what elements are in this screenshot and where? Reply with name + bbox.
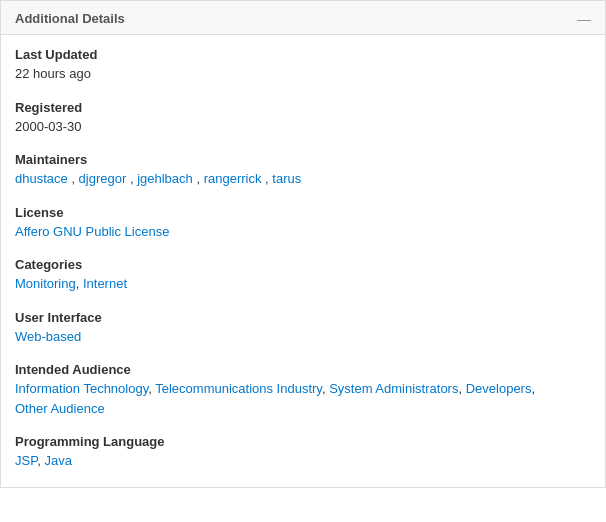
link-system-administrators[interactable]: System Administrators (329, 381, 458, 396)
link-jgehlbach[interactable]: jgehlbach (137, 171, 193, 186)
detail-row-intended-audience: Intended AudienceInformation Technology,… (15, 362, 591, 418)
detail-label-registered: Registered (15, 100, 591, 115)
detail-value-categories: Monitoring, Internet (15, 274, 591, 294)
detail-label-license: License (15, 205, 591, 220)
link-information-technology[interactable]: Information Technology (15, 381, 148, 396)
detail-label-last-updated: Last Updated (15, 47, 591, 62)
detail-row-maintainers: Maintainersdhustace , djgregor , jgehlba… (15, 152, 591, 189)
link-internet[interactable]: Internet (83, 276, 127, 291)
link-developers[interactable]: Developers (466, 381, 532, 396)
detail-value-programming-language: JSP, Java (15, 451, 591, 471)
detail-row-registered: Registered2000-03-30 (15, 100, 591, 137)
link-jsp[interactable]: JSP (15, 453, 37, 468)
link-monitoring[interactable]: Monitoring (15, 276, 76, 291)
link-web-based[interactable]: Web-based (15, 329, 81, 344)
panel-body: Last Updated22 hours agoRegistered2000-0… (1, 35, 605, 487)
collapse-icon[interactable]: — (577, 12, 591, 26)
panel-title: Additional Details (15, 11, 125, 26)
link-dhustace[interactable]: dhustace (15, 171, 68, 186)
link-telecommunications-industry[interactable]: Telecommunications Industry (155, 381, 322, 396)
link-tarus[interactable]: tarus (272, 171, 301, 186)
detail-value-maintainers: dhustace , djgregor , jgehlbach , ranger… (15, 169, 591, 189)
link-java[interactable]: Java (44, 453, 71, 468)
detail-row-programming-language: Programming LanguageJSP, Java (15, 434, 591, 471)
detail-row-user-interface: User InterfaceWeb-based (15, 310, 591, 347)
detail-label-intended-audience: Intended Audience (15, 362, 591, 377)
link-affero-gnu-public-license[interactable]: Affero GNU Public License (15, 224, 169, 239)
detail-value-registered: 2000-03-30 (15, 117, 591, 137)
detail-value-intended-audience: Information Technology, Telecommunicatio… (15, 379, 591, 418)
detail-row-categories: CategoriesMonitoring, Internet (15, 257, 591, 294)
detail-value-last-updated: 22 hours ago (15, 64, 591, 84)
detail-row-last-updated: Last Updated22 hours ago (15, 47, 591, 84)
detail-label-user-interface: User Interface (15, 310, 591, 325)
detail-value-user-interface: Web-based (15, 327, 591, 347)
detail-label-programming-language: Programming Language (15, 434, 591, 449)
detail-label-maintainers: Maintainers (15, 152, 591, 167)
link-djgregor[interactable]: djgregor (79, 171, 127, 186)
additional-details-panel: Additional Details — Last Updated22 hour… (0, 0, 606, 488)
detail-row-license: LicenseAffero GNU Public License (15, 205, 591, 242)
detail-value-license: Affero GNU Public License (15, 222, 591, 242)
link-rangerrick[interactable]: rangerrick (204, 171, 262, 186)
link-other-audience[interactable]: Other Audience (15, 401, 105, 416)
detail-label-categories: Categories (15, 257, 591, 272)
panel-header: Additional Details — (1, 1, 605, 35)
